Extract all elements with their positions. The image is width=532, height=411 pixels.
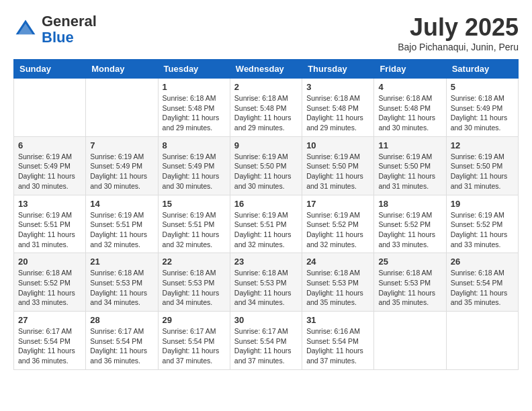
- calendar-cell: 22Sunrise: 6:18 AM Sunset: 5:53 PM Dayli…: [158, 253, 230, 312]
- calendar-cell: 17Sunrise: 6:19 AM Sunset: 5:52 PM Dayli…: [302, 195, 374, 253]
- weekday-header-wednesday: Wednesday: [230, 60, 302, 79]
- day-info: Sunrise: 6:19 AM Sunset: 5:52 PM Dayligh…: [451, 210, 514, 250]
- calendar-cell: 12Sunrise: 6:19 AM Sunset: 5:50 PM Dayli…: [446, 136, 518, 195]
- logo-icon: [13, 17, 38, 42]
- weekday-header-saturday: Saturday: [446, 60, 518, 79]
- day-number: 24: [306, 257, 369, 267]
- day-number: 18: [378, 199, 441, 209]
- day-info: Sunrise: 6:19 AM Sunset: 5:50 PM Dayligh…: [234, 152, 298, 191]
- day-info: Sunrise: 6:18 AM Sunset: 5:48 PM Dayligh…: [306, 93, 369, 133]
- title-area: July 2025 Bajo Pichanaqui, Junin, Peru: [398, 13, 519, 52]
- calendar-cell: 3Sunrise: 6:18 AM Sunset: 5:48 PM Daylig…: [302, 79, 374, 137]
- weekday-header-tuesday: Tuesday: [158, 60, 230, 79]
- calendar-week-row: 6Sunrise: 6:19 AM Sunset: 5:49 PM Daylig…: [14, 136, 519, 195]
- day-info: Sunrise: 6:19 AM Sunset: 5:52 PM Dayligh…: [378, 210, 441, 250]
- calendar-cell: 5Sunrise: 6:18 AM Sunset: 5:49 PM Daylig…: [446, 79, 518, 137]
- day-number: 6: [18, 140, 81, 150]
- day-info: Sunrise: 6:19 AM Sunset: 5:52 PM Dayligh…: [306, 210, 369, 250]
- calendar-cell: [446, 312, 518, 370]
- calendar-week-row: 20Sunrise: 6:18 AM Sunset: 5:52 PM Dayli…: [14, 253, 519, 312]
- day-info: Sunrise: 6:19 AM Sunset: 5:49 PM Dayligh…: [163, 152, 226, 191]
- calendar-week-row: 1Sunrise: 6:18 AM Sunset: 5:48 PM Daylig…: [14, 79, 519, 137]
- day-info: Sunrise: 6:18 AM Sunset: 5:53 PM Dayligh…: [90, 268, 153, 308]
- day-info: Sunrise: 6:19 AM Sunset: 5:50 PM Dayligh…: [378, 152, 441, 191]
- calendar-cell: 19Sunrise: 6:19 AM Sunset: 5:52 PM Dayli…: [446, 195, 518, 253]
- day-info: Sunrise: 6:18 AM Sunset: 5:53 PM Dayligh…: [378, 268, 441, 308]
- calendar-week-row: 27Sunrise: 6:17 AM Sunset: 5:54 PM Dayli…: [14, 312, 519, 370]
- weekday-header-monday: Monday: [86, 60, 158, 79]
- logo: General Blue: [13, 13, 97, 46]
- day-info: Sunrise: 6:19 AM Sunset: 5:51 PM Dayligh…: [90, 210, 153, 250]
- day-info: Sunrise: 6:19 AM Sunset: 5:50 PM Dayligh…: [451, 152, 514, 191]
- calendar-cell: 13Sunrise: 6:19 AM Sunset: 5:51 PM Dayli…: [14, 195, 86, 253]
- day-info: Sunrise: 6:19 AM Sunset: 5:51 PM Dayligh…: [163, 210, 226, 250]
- calendar-cell: 14Sunrise: 6:19 AM Sunset: 5:51 PM Dayli…: [86, 195, 158, 253]
- calendar-cell: 10Sunrise: 6:19 AM Sunset: 5:50 PM Dayli…: [302, 136, 374, 195]
- month-title: July 2025: [398, 13, 519, 42]
- day-info: Sunrise: 6:18 AM Sunset: 5:53 PM Dayligh…: [163, 268, 226, 308]
- day-info: Sunrise: 6:18 AM Sunset: 5:53 PM Dayligh…: [306, 268, 369, 308]
- day-number: 7: [90, 140, 153, 150]
- day-number: 17: [306, 199, 369, 209]
- day-info: Sunrise: 6:17 AM Sunset: 5:54 PM Dayligh…: [163, 326, 226, 366]
- day-number: 27: [18, 315, 81, 325]
- day-number: 19: [451, 199, 514, 209]
- weekday-header-thursday: Thursday: [302, 60, 374, 79]
- day-info: Sunrise: 6:17 AM Sunset: 5:54 PM Dayligh…: [234, 326, 298, 366]
- day-info: Sunrise: 6:18 AM Sunset: 5:48 PM Dayligh…: [378, 93, 441, 133]
- day-number: 9: [234, 140, 298, 150]
- day-info: Sunrise: 6:19 AM Sunset: 5:51 PM Dayligh…: [234, 210, 298, 250]
- calendar-cell: 8Sunrise: 6:19 AM Sunset: 5:49 PM Daylig…: [158, 136, 230, 195]
- calendar-cell: 18Sunrise: 6:19 AM Sunset: 5:52 PM Dayli…: [374, 195, 446, 253]
- day-info: Sunrise: 6:19 AM Sunset: 5:50 PM Dayligh…: [306, 152, 369, 191]
- day-number: 28: [90, 315, 153, 325]
- day-number: 10: [306, 140, 369, 150]
- day-number: 29: [163, 315, 226, 325]
- day-number: 22: [163, 257, 226, 267]
- day-info: Sunrise: 6:19 AM Sunset: 5:49 PM Dayligh…: [90, 152, 153, 191]
- calendar-cell: 6Sunrise: 6:19 AM Sunset: 5:49 PM Daylig…: [14, 136, 86, 195]
- day-number: 31: [306, 315, 369, 325]
- calendar-cell: 25Sunrise: 6:18 AM Sunset: 5:53 PM Dayli…: [374, 253, 446, 312]
- day-number: 23: [234, 257, 298, 267]
- day-number: 4: [378, 82, 441, 92]
- calendar-cell: 28Sunrise: 6:17 AM Sunset: 5:54 PM Dayli…: [86, 312, 158, 370]
- header: General Blue July 2025 Bajo Pichanaqui, …: [13, 13, 519, 52]
- weekday-header-friday: Friday: [374, 60, 446, 79]
- calendar-cell: 24Sunrise: 6:18 AM Sunset: 5:53 PM Dayli…: [302, 253, 374, 312]
- calendar-cell: 30Sunrise: 6:17 AM Sunset: 5:54 PM Dayli…: [230, 312, 302, 370]
- calendar-cell: 20Sunrise: 6:18 AM Sunset: 5:52 PM Dayli…: [14, 253, 86, 312]
- calendar-cell: 7Sunrise: 6:19 AM Sunset: 5:49 PM Daylig…: [86, 136, 158, 195]
- day-info: Sunrise: 6:17 AM Sunset: 5:54 PM Dayligh…: [18, 326, 81, 366]
- calendar-cell: 2Sunrise: 6:18 AM Sunset: 5:48 PM Daylig…: [230, 79, 302, 137]
- day-number: 12: [451, 140, 514, 150]
- day-number: 15: [163, 199, 226, 209]
- day-number: 5: [451, 82, 514, 92]
- day-info: Sunrise: 6:19 AM Sunset: 5:51 PM Dayligh…: [18, 210, 81, 250]
- day-number: 3: [306, 82, 369, 92]
- weekday-header-row: SundayMondayTuesdayWednesdayThursdayFrid…: [14, 60, 519, 79]
- day-number: 11: [378, 140, 441, 150]
- logo-blue-text: Blue: [42, 29, 74, 46]
- day-info: Sunrise: 6:18 AM Sunset: 5:52 PM Dayligh…: [18, 268, 81, 308]
- day-number: 20: [18, 257, 81, 267]
- calendar-cell: 9Sunrise: 6:19 AM Sunset: 5:50 PM Daylig…: [230, 136, 302, 195]
- day-number: 21: [90, 257, 153, 267]
- logo-general-text: General: [42, 13, 97, 30]
- day-info: Sunrise: 6:18 AM Sunset: 5:49 PM Dayligh…: [451, 93, 514, 133]
- calendar-cell: 29Sunrise: 6:17 AM Sunset: 5:54 PM Dayli…: [158, 312, 230, 370]
- weekday-header-sunday: Sunday: [14, 60, 86, 79]
- day-number: 30: [234, 315, 298, 325]
- calendar-cell: 4Sunrise: 6:18 AM Sunset: 5:48 PM Daylig…: [374, 79, 446, 137]
- day-info: Sunrise: 6:18 AM Sunset: 5:48 PM Dayligh…: [163, 93, 226, 133]
- day-info: Sunrise: 6:18 AM Sunset: 5:54 PM Dayligh…: [451, 268, 514, 308]
- day-info: Sunrise: 6:17 AM Sunset: 5:54 PM Dayligh…: [90, 326, 153, 366]
- calendar-week-row: 13Sunrise: 6:19 AM Sunset: 5:51 PM Dayli…: [14, 195, 519, 253]
- day-number: 13: [18, 199, 81, 209]
- calendar-cell: [14, 79, 86, 137]
- calendar-cell: 15Sunrise: 6:19 AM Sunset: 5:51 PM Dayli…: [158, 195, 230, 253]
- calendar-cell: 27Sunrise: 6:17 AM Sunset: 5:54 PM Dayli…: [14, 312, 86, 370]
- calendar-cell: 11Sunrise: 6:19 AM Sunset: 5:50 PM Dayli…: [374, 136, 446, 195]
- day-number: 25: [378, 257, 441, 267]
- calendar-cell: 21Sunrise: 6:18 AM Sunset: 5:53 PM Dayli…: [86, 253, 158, 312]
